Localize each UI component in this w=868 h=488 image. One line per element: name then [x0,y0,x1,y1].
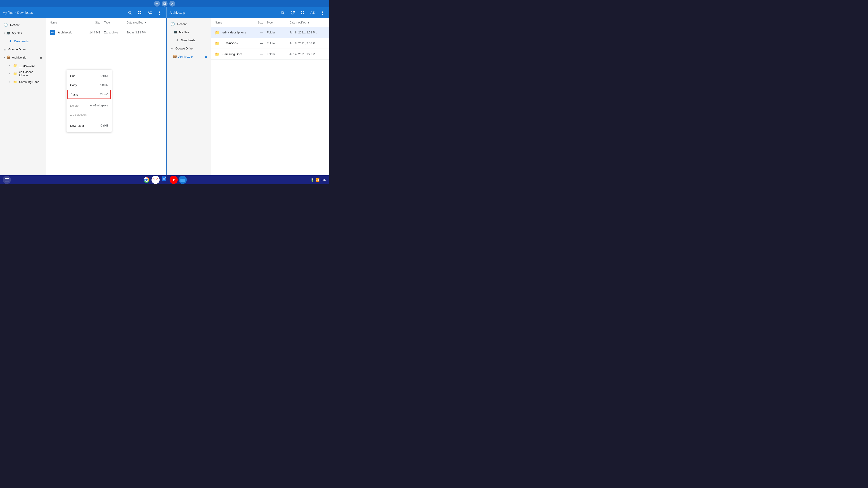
svg-rect-22 [5,178,9,179]
right-my-files-label: My files [179,31,189,34]
right-file-pane: Name Size Type Date modified ▼ 📁 [211,18,329,175]
sort-arrow-icon: ▼ [145,22,147,24]
window-controls [154,1,175,6]
taskbar-app-youtube[interactable] [169,176,178,184]
launcher-button[interactable] [3,176,11,184]
right-sidebar-downloads[interactable]: ⬇ Downloads [167,36,211,44]
sidebar-google-drive-label: Google Drive [8,48,26,51]
right-col-size-header[interactable]: Size [249,21,267,24]
taskbar-right: 🔋 📶 3:37 [310,178,327,182]
right-sidebar-recent[interactable]: 🕐 Recent [167,20,211,28]
cut-label: Cut [70,74,74,78]
right-sidebar-google-drive[interactable]: △ Google Drive [167,44,211,53]
right-my-files-icon: 💻 [173,30,178,34]
archive-zip-icon: 📦 [6,55,11,59]
search-button[interactable] [126,8,134,17]
col-name-header[interactable]: Name [50,21,86,24]
grid-view-button[interactable] [136,8,144,17]
delete-label: Delete [70,104,79,107]
maximize-btn[interactable] [162,1,167,6]
sidebar-item-archive-zip[interactable]: ▾ 📦 Archive.zip ⏏ [0,53,46,61]
svg-rect-7 [140,11,141,12]
sidebar-item-my-files[interactable]: ▾ 💻 My files [0,29,46,37]
menu-item-new-folder[interactable]: New folder Ctrl+E [66,121,112,130]
right-file-name-0: edit videos iphone [222,31,249,34]
right-pane-title: Archive.zip [169,11,279,14]
google-drive-icon: △ [4,47,6,51]
right-grid-view-button[interactable] [299,8,307,17]
macosx-folder-icon: 📁 [13,64,17,67]
sidebar-samsung-docs-label: Samsung Docs [19,80,39,84]
svg-rect-15 [301,11,302,12]
svg-point-13 [281,11,284,14]
edit-videos-folder-icon: 📁 [13,72,17,75]
right-col-name-header[interactable]: Name [215,21,249,24]
right-eject-icon[interactable]: ⏏ [205,55,207,58]
taskbar-app-gmail[interactable] [152,176,160,184]
close-btn[interactable] [169,1,175,6]
right-file-name-2: Samsung Docs [222,53,249,56]
table-row[interactable]: 📁 Samsung Docs — Folder Jun 4, 2021, 1:2… [211,49,329,60]
right-refresh-button[interactable] [288,8,297,17]
right-file-name-1: __MACOSX [222,41,249,45]
svg-rect-16 [303,11,304,12]
left-sidebar: 🕐 Recent ▾ 💻 My files ⬇ Downloads △ Goog… [0,18,46,175]
sidebar-item-samsung-docs[interactable]: › 📁 Samsung Docs [0,78,46,86]
right-file-type-0: Folder [267,31,289,34]
sidebar-item-google-drive[interactable]: △ Google Drive [0,45,46,53]
svg-rect-17 [301,13,302,14]
table-row[interactable]: 📁 __MACOSX — Folder Jun 8, 2021, 2:58 P.… [211,38,329,49]
sort-az-button[interactable]: AZ [146,8,154,17]
minimize-btn[interactable] [154,1,160,6]
table-row[interactable]: ZIP Archive.zip 14.4 MB Zip archive Toda… [46,27,166,38]
right-downloads-icon: ⬇ [176,38,179,42]
right-sidebar-my-files[interactable]: ▾ 💻 My files [167,28,211,36]
battery-icon: 🔋 [310,178,314,182]
samsung-docs-folder-icon: 📁 [13,80,17,84]
taskbar-app-files[interactable] [179,176,187,184]
menu-item-paste[interactable]: Paste Ctrl+V [67,90,111,99]
svg-line-5 [130,13,131,14]
sidebar-item-recent[interactable]: 🕐 Recent [0,21,46,29]
svg-rect-23 [5,180,9,180]
right-sidebar-archive-zip[interactable]: › 📦 Archive.zip ⏏ [167,53,211,61]
menu-item-zip-selection[interactable]: Zip selection [66,110,112,119]
file-table-header: Name Size Type Date modified ▼ [46,18,166,27]
breadcrumb-root[interactable]: My files [3,11,13,14]
breadcrumb: My files › Downloads [3,11,126,14]
file-type: Zip archive [104,31,127,34]
col-type-header[interactable]: Type [104,21,127,24]
sidebar-item-edit-videos[interactable]: › 📁 edit videos iphone [0,70,46,78]
svg-point-10 [159,11,160,11]
taskbar-time: 3:37 [321,178,327,182]
menu-item-delete[interactable]: Delete Alt+Backspace [66,101,112,110]
right-recent-icon: 🕐 [170,22,175,26]
menu-divider-2 [66,120,112,120]
menu-item-copy[interactable]: Copy Ctrl+C [66,80,112,90]
right-more-options-button[interactable] [318,8,327,17]
right-col-type-header[interactable]: Type [267,21,289,24]
right-sort-az-button[interactable]: AZ [308,8,316,17]
col-date-header[interactable]: Date modified ▼ [127,21,163,24]
eject-icon[interactable]: ⏏ [39,56,42,59]
right-col-date-header[interactable]: Date modified ▼ [289,21,326,24]
col-size-header[interactable]: Size [86,21,104,24]
right-file-date-2: Jun 4, 2021, 1:26 P... [289,53,326,56]
taskbar-apps [143,176,187,184]
sidebar-item-downloads[interactable]: ⬇ Downloads [0,37,46,45]
file-size: 14.4 MB [86,31,104,34]
svg-rect-18 [303,13,304,14]
right-search-button[interactable] [279,8,287,17]
svg-point-4 [128,11,131,14]
taskbar-app-docs[interactable] [160,176,169,184]
table-row[interactable]: 📁 edit videos iphone — Folder Jun 8, 202… [211,27,329,38]
right-downloads-label: Downloads [181,39,195,42]
copy-shortcut: Ctrl+C [100,84,108,87]
more-options-button[interactable] [156,8,164,17]
left-header-actions: AZ [126,8,164,17]
sidebar-item-macosx[interactable]: › 📁 __MACOSX [0,61,46,70]
taskbar-app-chrome[interactable] [143,176,151,184]
paste-shortcut: Ctrl+V [100,93,107,96]
folder-icon-0: 📁 [215,30,220,35]
menu-item-cut[interactable]: Cut Ctrl+X [66,71,112,80]
